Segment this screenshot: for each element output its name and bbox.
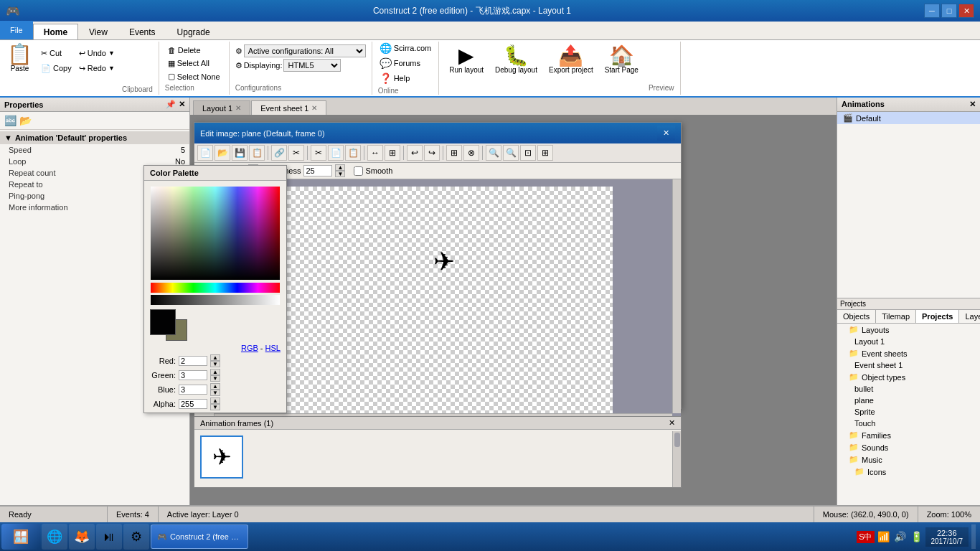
select-tool-btn[interactable]: ⊞ <box>385 145 400 161</box>
green-down-button[interactable]: ▼ <box>210 375 220 382</box>
tray-lang-icon[interactable]: S中 <box>857 531 874 543</box>
redo-button[interactable]: ↪ Redo ▼ <box>76 61 118 75</box>
show-desktop-button[interactable] <box>971 524 976 549</box>
taskbar-icon-chrome[interactable]: 🌐 <box>42 524 67 550</box>
blue-input[interactable] <box>179 385 207 395</box>
zoom-fit-btn[interactable]: ⊡ <box>520 145 536 161</box>
new-btn[interactable]: 📄 <box>197 145 213 161</box>
proj-sounds-folder[interactable]: 📁 Sounds <box>837 441 980 453</box>
start-page-button[interactable]: 🏠 Start Page <box>600 44 643 75</box>
proj-eventsheet1[interactable]: Event sheet 1 <box>837 359 980 371</box>
proj-music-folder[interactable]: 📁 Music <box>837 453 980 466</box>
paste-button[interactable]: 📋 Paste <box>3 43 37 74</box>
link-btn[interactable]: 🔗 <box>271 145 287 161</box>
tab-upgrade[interactable]: Upgrade <box>166 24 221 39</box>
properties-pin-icon[interactable]: 📌 <box>166 100 176 109</box>
copy-img-btn[interactable]: 📄 <box>328 145 344 161</box>
tab-layers[interactable]: Layers <box>959 310 980 323</box>
tab-objects[interactable]: Objects <box>837 310 876 323</box>
minimize-button[interactable]: ─ <box>924 4 940 18</box>
undo-button[interactable]: ↩ Undo ▼ <box>76 46 118 60</box>
alpha-input[interactable] <box>179 399 207 409</box>
export-project-button[interactable]: 📤 Export project <box>545 44 598 75</box>
system-clock[interactable]: 22:36 2017/10/7 <box>925 527 969 547</box>
proj-layouts-folder[interactable]: 📁 Layouts <box>837 324 980 336</box>
hardness-up[interactable]: ▲ <box>335 164 345 171</box>
zoom-full-btn[interactable]: ⊞ <box>537 145 553 161</box>
proj-eventsheets-folder[interactable]: 📁 Event sheets <box>837 347 980 359</box>
tab-event-sheet1[interactable]: Event sheet 1 ✕ <box>251 100 326 115</box>
sort-alpha-icon[interactable]: 🔤 <box>4 115 17 126</box>
blue-down-button[interactable]: ▼ <box>210 390 220 396</box>
properties-close-icon[interactable]: ✕ <box>179 100 185 109</box>
rgb-link[interactable]: RGB <box>241 344 258 352</box>
sort-category-icon[interactable]: 📂 <box>19 115 32 126</box>
taskbar-icon-media[interactable]: ⏯ <box>96 524 122 550</box>
collision-btn[interactable]: ⊗ <box>463 145 479 161</box>
anim-section-header[interactable]: ▼ Animation 'Default' properties <box>0 131 189 144</box>
proj-sprite[interactable]: Sprite <box>837 406 980 418</box>
frames-scroll-thumb[interactable] <box>674 433 680 447</box>
transform-btn[interactable]: ⊞ <box>446 145 462 161</box>
alpha-down-button[interactable]: ▼ <box>210 404 220 410</box>
save-as-btn[interactable]: 📋 <box>249 145 265 161</box>
cut-button[interactable]: ✂ Cut <box>38 46 75 60</box>
green-up-button[interactable]: ▲ <box>210 369 220 375</box>
taskbar-icon-firefox[interactable]: 🦊 <box>69 524 95 550</box>
tray-battery-icon[interactable]: 🔋 <box>909 531 924 542</box>
help-button[interactable]: ❓ Help <box>378 72 433 85</box>
grayscale-strip[interactable] <box>151 295 280 305</box>
taskbar-running-construct[interactable]: 🎮 Construct 2 (free edition)... <box>151 524 248 549</box>
green-input[interactable] <box>179 370 207 380</box>
frame-0[interactable]: ✈ <box>200 435 243 479</box>
debug-layout-button[interactable]: 🐛 Debug layout <box>491 44 542 75</box>
redo-img-btn[interactable]: ↪ <box>424 145 440 161</box>
proj-objecttypes-folder[interactable]: 📁 Object types <box>837 371 980 383</box>
select-all-button[interactable]: ▦ Select All <box>165 57 223 69</box>
anim-frames-close[interactable]: ✕ <box>669 418 675 428</box>
image-editor-close[interactable]: ✕ <box>657 126 675 141</box>
smooth-checkbox[interactable] <box>354 166 363 176</box>
tab-close-layout1[interactable]: ✕ <box>235 104 241 112</box>
open-btn[interactable]: 📂 <box>215 145 230 161</box>
proj-plane[interactable]: plane <box>837 395 980 406</box>
save-btn[interactable]: 💾 <box>232 145 248 161</box>
hsl-link[interactable]: HSL <box>265 344 281 352</box>
tab-events[interactable]: Events <box>118 24 166 39</box>
proj-icons-folder[interactable]: 📁 Icons <box>837 466 980 478</box>
zoom-in-btn[interactable]: 🔍 <box>486 145 501 161</box>
v-scrollbar[interactable] <box>672 179 681 413</box>
active-config-dropdown[interactable]: ⚙ Active configurations: All <box>235 44 366 57</box>
copy-button[interactable]: 📄 Copy <box>38 61 75 75</box>
move-tool-btn[interactable]: ↔ <box>367 145 383 161</box>
proj-touch[interactable]: Touch <box>837 418 980 429</box>
foreground-swatch[interactable] <box>150 309 176 335</box>
tab-view[interactable]: View <box>78 24 118 39</box>
delete-button[interactable]: 🗑 Delete <box>165 44 223 56</box>
close-button[interactable]: ✕ <box>958 4 974 18</box>
hardness-input[interactable] <box>303 165 332 176</box>
blue-up-button[interactable]: ▲ <box>210 383 220 390</box>
red-input[interactable] <box>179 356 207 366</box>
taskbar-icon-settings[interactable]: ⚙ <box>123 524 149 550</box>
file-tab[interactable]: File <box>0 21 33 39</box>
select-none-button[interactable]: ▢ Select None <box>165 71 223 83</box>
hardness-down[interactable]: ▼ <box>335 171 345 177</box>
proj-layout1[interactable]: Layout 1 <box>837 336 980 347</box>
frames-v-scrollbar[interactable] <box>672 431 681 487</box>
start-button[interactable]: 🪟 <box>1 524 40 550</box>
tab-close-event1[interactable]: ✕ <box>311 104 317 112</box>
animation-item-default[interactable]: 🎬 Default <box>837 112 980 124</box>
proj-bullet[interactable]: bullet <box>837 383 980 395</box>
run-layout-button[interactable]: ▶ Run layout <box>445 44 488 75</box>
red-down-button[interactable]: ▼ <box>210 361 220 367</box>
zoom-out-btn[interactable]: 🔍 <box>503 145 519 161</box>
alpha-up-button[interactable]: ▲ <box>210 397 220 404</box>
forums-button[interactable]: 💬 Forums <box>378 57 433 70</box>
tray-sound-icon[interactable]: 🔊 <box>892 531 908 542</box>
color-spectrum[interactable] <box>151 187 280 280</box>
undo-img-btn[interactable]: ↩ <box>407 145 423 161</box>
tab-layout1[interactable]: Layout 1 ✕ <box>193 100 250 115</box>
crop-btn[interactable]: ✂ <box>288 145 304 161</box>
cut-img-btn[interactable]: ✂ <box>311 145 326 161</box>
